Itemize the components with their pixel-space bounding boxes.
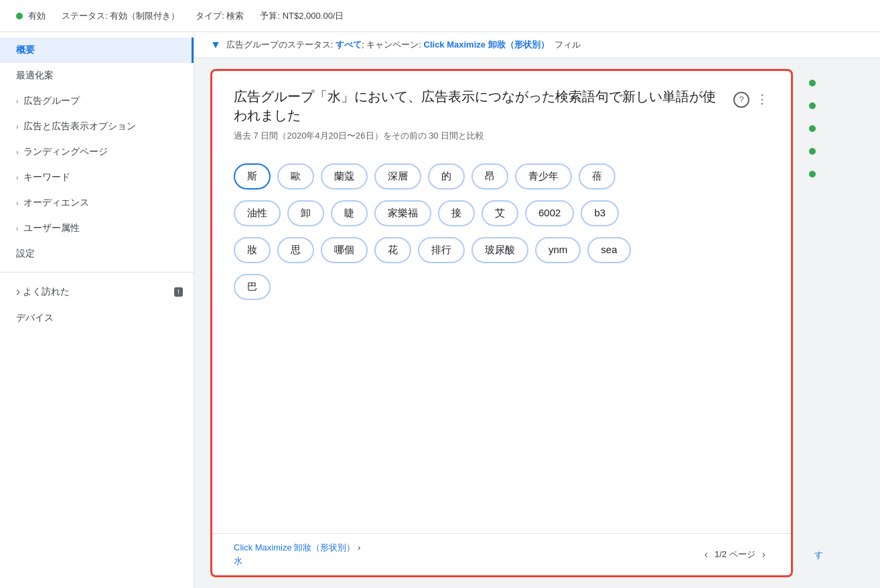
status-detail: ステータス: 有効（制限付き） <box>62 10 179 22</box>
type-label: タイプ: 検索 <box>196 10 244 22</box>
insight-card: 広告グループ「水」において、広告表示につながった検索語句で新しい単語が使われまし… <box>210 69 793 577</box>
bubble-卸[interactable]: 卸 <box>287 200 324 226</box>
sidebar-item-optimization[interactable]: 最適化案 <box>0 63 194 88</box>
card-title-icons: ? ⋮ <box>733 90 769 109</box>
bubble-花[interactable]: 花 <box>374 237 411 263</box>
sidebar-item-keywords[interactable]: › キーワード <box>0 165 194 190</box>
chevron-icon: › <box>16 98 18 105</box>
footer-campaign-link[interactable]: Click Maximize 卸妝（形状別） <box>234 542 355 553</box>
footer-campaign: Click Maximize 卸妝（形状別） › <box>234 542 360 554</box>
sidebar: 概要 最適化案 › 広告グループ › 広告と広告表示オプション › ランディング… <box>0 32 194 588</box>
sidebar-item-landing-page[interactable]: › ランディングページ <box>0 139 194 165</box>
top-bar: 有効 ステータス: 有効（制限付き） タイプ: 検索 予算: NT$2,000.… <box>0 0 880 32</box>
right-dot-item-5 <box>809 171 865 177</box>
content-area: ▼ 広告グループのステータス: すべて; キャンペーン: Click Maxim… <box>194 32 880 588</box>
right-sidebar: す <box>804 69 871 577</box>
bubbles-row1: 斯 歐 蘭蔻 深層 的 昂 青少年 蓓 <box>234 158 769 195</box>
filter-label: 広告グループのステータス: <box>226 40 336 50</box>
bubble-6002[interactable]: 6002 <box>525 200 574 226</box>
visited-badge: ! <box>174 287 183 297</box>
bubble-艾[interactable]: 艾 <box>482 200 518 226</box>
sidebar-item-label: キーワード <box>23 171 70 183</box>
bubble-哪個[interactable]: 哪個 <box>321 237 368 263</box>
bubble-接[interactable]: 接 <box>438 200 475 226</box>
filter-icon[interactable]: ▼ <box>210 39 221 51</box>
bubble-油性[interactable]: 油性 <box>234 200 281 226</box>
card-footer-right: ‹ 1/2 ページ › <box>701 547 769 562</box>
bubble-b3[interactable]: b3 <box>581 200 619 226</box>
right-dot-4 <box>809 148 816 155</box>
sidebar-item-visited[interactable]: › よく訪れた ! <box>0 278 194 305</box>
filter-suffix: フィル <box>555 39 581 51</box>
next-page-button[interactable]: › <box>758 547 769 562</box>
sidebar-divider <box>0 272 194 273</box>
card-footer: Click Maximize 卸妝（形状別） › 水 ‹ 1/2 ページ <box>212 533 791 575</box>
bubble-睫[interactable]: 睫 <box>331 200 368 226</box>
bubble-青少年[interactable]: 青少年 <box>515 163 572 190</box>
right-dot-1 <box>809 80 816 86</box>
sidebar-item-label: デバイス <box>16 312 54 324</box>
bubbles-row3: 妝 思 哪個 花 排行 玻尿酸 ynm sea <box>234 232 769 269</box>
sidebar-item-user-attr[interactable]: › ユーザー属性 <box>0 216 194 241</box>
right-dot-2 <box>809 102 816 109</box>
page-nav: ‹ 1/2 ページ › <box>701 547 769 562</box>
right-dot-3 <box>809 125 816 132</box>
bubble-蘭蔻[interactable]: 蘭蔻 <box>321 163 368 190</box>
right-dot-item-2 <box>809 102 865 109</box>
status-section: 有効 <box>16 10 46 22</box>
bubble-玻尿酸[interactable]: 玻尿酸 <box>471 237 528 263</box>
card-footer-left: Click Maximize 卸妝（形状別） › 水 <box>234 542 360 567</box>
sidebar-item-ads-options[interactable]: › 広告と広告表示オプション <box>0 114 194 139</box>
sidebar-item-label: 設定 <box>16 248 35 260</box>
bubble-排行[interactable]: 排行 <box>418 237 465 263</box>
bubble-家樂福[interactable]: 家樂福 <box>374 200 431 226</box>
sidebar-item-settings[interactable]: 設定 <box>0 241 194 267</box>
sidebar-item-label: 概要 <box>16 44 35 56</box>
bubble-的[interactable]: 的 <box>428 163 465 190</box>
bubble-蓓[interactable]: 蓓 <box>579 163 615 190</box>
card-subtitle: 過去 7 日間（2020年4月20日〜26日）をその前の 30 日間と比較 <box>234 130 769 142</box>
page-label: ページ <box>729 549 755 559</box>
filter-separator: ; キャンペーン: <box>362 40 423 50</box>
bubble-深層[interactable]: 深層 <box>374 163 421 190</box>
status-dot <box>16 13 23 19</box>
right-bottom-label: す <box>809 544 865 567</box>
bubble-sea[interactable]: sea <box>587 237 630 263</box>
chevron-icon: › <box>16 149 18 156</box>
chevron-icon: › <box>16 225 18 232</box>
sidebar-item-label: 広告グループ <box>23 95 80 107</box>
bubble-斯[interactable]: 斯 <box>234 163 271 190</box>
sidebar-item-audience[interactable]: › オーディエンス <box>0 190 194 216</box>
sidebar-item-overview[interactable]: 概要 <box>0 38 194 63</box>
bubble-昂[interactable]: 昂 <box>471 163 508 190</box>
right-dot-5 <box>809 171 816 177</box>
sidebar-item-label: ランディングページ <box>23 146 108 158</box>
chevron-icon: › <box>16 174 18 181</box>
footer-campaign-arrow: › <box>358 542 360 553</box>
footer-adgroup-link[interactable]: 水 <box>234 555 360 567</box>
bubble-巴[interactable]: 巴 <box>234 274 271 300</box>
bubble-歐[interactable]: 歐 <box>277 163 314 190</box>
filter-campaign-link[interactable]: Click Maximize 卸妝（形状別） <box>424 40 549 50</box>
chevron-icon: › <box>16 123 18 131</box>
chevron-icon: › <box>16 200 18 207</box>
help-icon[interactable]: ? <box>733 92 749 108</box>
sidebar-item-device[interactable]: デバイス <box>0 305 194 331</box>
sidebar-item-label: 最適化案 <box>16 70 54 82</box>
main-layout: 概要 最適化案 › 広告グループ › 広告と広告表示オプション › ランディング… <box>0 32 880 588</box>
bubble-妝[interactable]: 妝 <box>234 237 271 263</box>
bubble-ynm[interactable]: ynm <box>535 237 581 263</box>
arrow-icon: › <box>16 285 20 299</box>
card-title: 広告グループ「水」において、広告表示につながった検索語句で新しい単語が使われまし… <box>234 87 769 125</box>
bubble-思[interactable]: 思 <box>277 237 314 263</box>
main-content: 広告グループ「水」において、広告表示につながった検索語句で新しい単語が使われまし… <box>194 58 880 588</box>
page-current: 1 <box>715 549 719 559</box>
prev-page-button[interactable]: ‹ <box>701 547 712 562</box>
more-icon[interactable]: ⋮ <box>755 90 769 109</box>
sidebar-item-ad-groups[interactable]: › 広告グループ <box>0 88 194 114</box>
right-dot-item-3 <box>809 125 865 132</box>
filter-all-link[interactable]: すべて <box>336 40 362 50</box>
status-label: 有効 <box>28 10 46 22</box>
sidebar-item-label: 広告と広告表示オプション <box>23 121 136 133</box>
sidebar-item-label: よく訪れた <box>23 286 70 298</box>
